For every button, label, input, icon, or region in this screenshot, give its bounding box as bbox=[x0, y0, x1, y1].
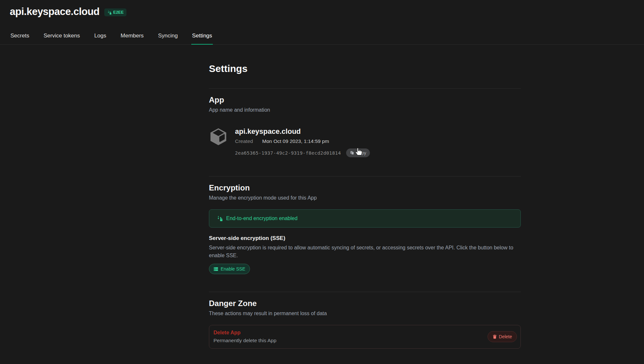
app-settings-page: api.keyspace.cloud E2EE Secrets Service … bbox=[0, 0, 644, 364]
delete-app-description: Permanently delete this App bbox=[213, 338, 276, 343]
danger-zone-subtitle: These actions may result in permanent lo… bbox=[209, 311, 521, 316]
enable-sse-button-label: Enable SSE bbox=[221, 266, 245, 272]
enable-sse-button[interactable]: Enable SSE bbox=[209, 264, 250, 274]
settings-content: Settings App App name and information ap… bbox=[209, 45, 521, 349]
tab-settings[interactable]: Settings bbox=[191, 33, 212, 45]
app-section-title: App bbox=[209, 95, 521, 105]
delete-app-label: Delete App bbox=[213, 330, 276, 336]
tab-service-tokens[interactable]: Service tokens bbox=[43, 33, 81, 45]
app-title: api.keyspace.cloud bbox=[10, 6, 99, 18]
sse-title: Server-side encryption (SSE) bbox=[209, 235, 521, 242]
e2ee-badge: E2EE bbox=[104, 8, 126, 16]
sse-description: Server-side encryption is required to al… bbox=[209, 244, 517, 259]
app-card-info: api.keyspace.cloud Created Mon Oct 09 20… bbox=[235, 127, 370, 157]
tab-secrets[interactable]: Secrets bbox=[10, 33, 30, 45]
app-section: App App name and information api.keyspac… bbox=[209, 89, 521, 157]
server-icon bbox=[213, 267, 218, 272]
delete-button-label: Delete bbox=[499, 334, 512, 339]
header: api.keyspace.cloud E2EE bbox=[0, 0, 644, 18]
encryption-section: Encryption Manage the encryption mode us… bbox=[209, 176, 521, 274]
e2ee-enabled-banner: End-to-end encryption enabled bbox=[209, 209, 521, 228]
app-card-name: api.keyspace.cloud bbox=[235, 127, 370, 136]
e2ee-lock-icon bbox=[217, 216, 223, 221]
cube-icon bbox=[209, 127, 228, 146]
encryption-section-subtitle: Manage the encryption mode used for this… bbox=[209, 195, 521, 201]
e2ee-lock-icon bbox=[107, 10, 111, 15]
delete-app-button[interactable]: Delete bbox=[488, 331, 517, 342]
delete-app-row: Delete App Permanently delete this App D… bbox=[209, 325, 521, 349]
created-value: Mon Oct 09 2023, 1:14:59 pm bbox=[262, 138, 329, 144]
tab-syncing[interactable]: Syncing bbox=[157, 33, 178, 45]
e2ee-badge-label: E2EE bbox=[113, 10, 124, 15]
danger-zone-title: Danger Zone bbox=[209, 299, 521, 308]
created-label: Created bbox=[235, 138, 253, 144]
tab-members[interactable]: Members bbox=[120, 33, 144, 45]
tab-logs[interactable]: Logs bbox=[94, 33, 107, 45]
copy-icon bbox=[350, 151, 354, 155]
page-title: Settings bbox=[209, 63, 521, 74]
app-id-row: 2ea65365-1937-49c2-9319-f8ecd2d01814 Cop… bbox=[235, 148, 370, 157]
danger-zone-section: Danger Zone These actions may result in … bbox=[209, 292, 521, 349]
app-id: 2ea65365-1937-49c2-9319-f8ecd2d01814 bbox=[235, 150, 341, 156]
app-card: api.keyspace.cloud Created Mon Oct 09 20… bbox=[209, 127, 521, 157]
app-section-subtitle: App name and information bbox=[209, 107, 521, 113]
delete-app-info: Delete App Permanently delete this App bbox=[213, 330, 276, 343]
trash-icon bbox=[492, 334, 497, 339]
copy-button-label: Copy bbox=[356, 150, 366, 155]
app-created-row: Created Mon Oct 09 2023, 1:14:59 pm bbox=[235, 138, 370, 144]
encryption-section-title: Encryption bbox=[209, 183, 521, 192]
e2ee-banner-text: End-to-end encryption enabled bbox=[226, 216, 298, 221]
copy-app-id-button[interactable]: Copy bbox=[346, 148, 370, 157]
tab-bar: Secrets Service tokens Logs Members Sync… bbox=[0, 33, 644, 45]
